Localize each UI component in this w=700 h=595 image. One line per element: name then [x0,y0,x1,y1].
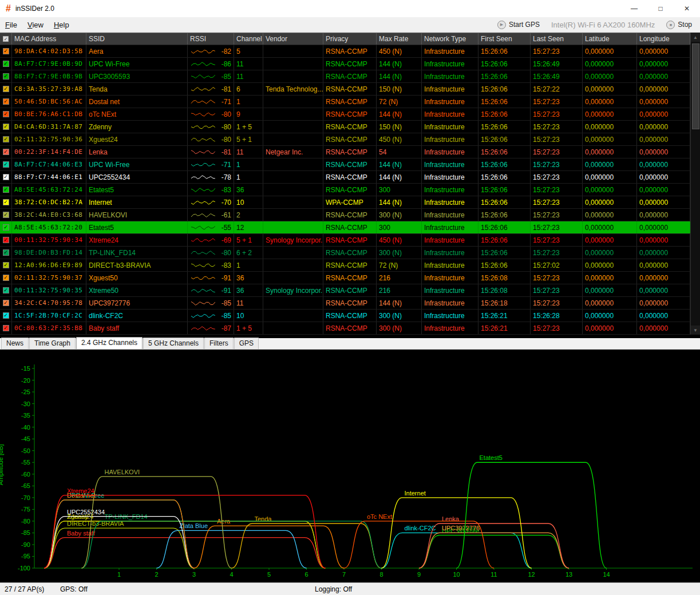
network-checkbox[interactable]: ✓ [3,73,9,80]
network-checkbox[interactable]: ✓ [3,199,9,205]
column-header-latitude[interactable]: Latitude [583,33,637,45]
menu-help[interactable]: Help [49,18,74,31]
vendor-cell [263,297,323,309]
firstseen-cell: 15:26:21 [478,310,531,322]
table-row[interactable]: ✓ 1C:5F:2B:70:CF:2C dlink-CF2C -85 10 RS… [0,310,700,322]
column-header-vendor[interactable]: Vendor [263,33,323,45]
network-checkbox[interactable]: ✓ [3,111,9,117]
table-row[interactable]: ✓ 38:2C:4A:E0:C3:68 HAVELKOVI -61 2 RSNA… [0,209,700,221]
network-checkbox[interactable]: ✓ [3,312,9,319]
network-checkbox[interactable]: ✓ [3,262,9,268]
close-icon[interactable]: ✕ [674,0,700,17]
rssi-value: -80 [222,136,231,144]
column-header-rssi[interactable]: RSSI [188,33,234,45]
network-checkbox[interactable]: ✓ [3,136,9,142]
rssi-value: -69 [222,236,231,244]
table-row[interactable]: ✓ 88:F7:C7:44:06:E1 UPC2552434 -78 1 RSN… [0,171,700,184]
network-checkbox[interactable]: ✓ [3,212,9,218]
menu-file[interactable]: File [0,18,22,31]
network-checkbox[interactable]: ✓ [3,98,9,105]
column-header-privacy[interactable]: Privacy [323,33,377,45]
network-checkbox[interactable]: ✓ [3,161,9,168]
table-row[interactable]: ✓ 00:11:32:75:90:34 Xtreme24 -69 5 + 1 S… [0,234,700,247]
table-row[interactable]: ✓ 8A:F7:C7:9E:0B:9D UPC Wi-Free -86 11 R… [0,58,700,70]
table-row[interactable]: ✓ 02:11:32:75:90:37 Xguest50 -91 36 RSNA… [0,272,700,284]
privacy-cell: RSNA-CCMP [323,297,377,309]
table-row[interactable]: ✓ 38:72:C0:DC:B2:7A Internet -70 10 WPA-… [0,196,700,209]
channel-cell: 36 [234,272,263,284]
tab-time-graph[interactable]: Time Graph [29,338,76,349]
scroll-down-icon[interactable]: ▼ [691,326,700,335]
network-checkbox[interactable]: ✓ [3,61,9,67]
table-row[interactable]: ✓ 02:11:32:75:90:36 Xguest24 -80 5 + 1 R… [0,133,700,146]
network-checkbox[interactable]: ✓ [3,48,9,54]
table-row[interactable]: ✓ 8A:F7:C7:44:06:E3 UPC Wi-Free -71 1 RS… [0,158,700,171]
table-row[interactable]: ✓ 12:A0:96:D6:E9:89 DIRECT-b3-BRAVIA -83… [0,259,700,272]
column-header-mac-address[interactable]: MAC Address [12,33,86,45]
scroll-up-icon[interactable]: ▲ [691,33,700,42]
start-gps-button[interactable]: ▶ Start GPS [497,21,540,29]
lon-cell: 0,000000 [637,171,690,183]
network-checkbox[interactable]: ✓ [3,287,9,293]
network-checkbox[interactable]: ✓ [3,187,9,193]
table-row[interactable]: ✓ 34:2C:C4:70:95:78 UPC3972776 -85 11 RS… [0,297,700,310]
column-header-ssid[interactable]: SSID [86,33,188,45]
lastseen-cell: 15:27:23 [531,45,583,57]
lastseen-cell: 15:27:23 [531,108,583,120]
column-header-network-type[interactable]: Network Type [422,33,478,45]
vendor-cell [263,221,323,233]
menu-view[interactable]: View [22,18,49,31]
network-checkbox[interactable]: ✓ [3,86,9,92]
network-checkbox[interactable]: ✓ [3,224,9,231]
svg-text:-75: -75 [21,506,30,513]
tab-5-ghz-channels[interactable]: 5 GHz Channels [143,338,204,349]
tab-filters[interactable]: Filters [204,338,234,349]
tab-news[interactable]: News [1,338,29,349]
table-scrollbar[interactable]: ▲ ▼ [690,33,700,335]
table-row[interactable]: ✓ 00:22:3F:14:F4:DE Lenka -81 11 Netgear… [0,146,700,158]
column-header-first-seen[interactable]: First Seen [478,33,531,45]
table-row[interactable]: ✓ 0C:80:63:2F:35:B8 Baby staff -87 1 + 5… [0,322,700,335]
lastseen-cell: 15:27:23 [531,297,583,309]
svg-text:12: 12 [528,571,535,578]
network-checkbox[interactable]: ✓ [3,237,9,243]
maxrate-cell: 72 (N) [377,259,422,271]
network-checkbox[interactable]: ✓ [3,300,9,306]
select-all-checkbox[interactable]: ✓ [0,33,12,45]
table-row[interactable]: ✓ D4:CA:6D:31:7A:87 Zdenny -80 1 + 5 RSN… [0,121,700,133]
table-row[interactable]: ✓ A8:5E:45:63:72:24 Etatest5 -83 36 RSNA… [0,184,700,196]
network-checkbox[interactable]: ✓ [3,275,9,281]
window-controls: — □ ✕ [621,0,700,17]
nettype-cell: Infrastructure [422,83,478,95]
network-checkbox[interactable]: ✓ [3,249,9,256]
network-checkbox[interactable]: ✓ [3,124,9,130]
stop-button[interactable]: ■ Stop [666,21,692,29]
nettype-cell: Infrastructure [422,272,478,284]
tab-2-4-ghz-channels[interactable]: 2.4 GHz Channels [76,337,143,349]
table-row[interactable]: ✓ 50:46:5D:BC:56:AC Dostal net -71 1 RSN… [0,96,700,108]
mac-cell: A8:5E:45:63:72:24 [12,184,86,196]
tab-gps[interactable]: GPS [234,338,259,349]
table-row[interactable]: ✓ C8:3A:35:27:39:A8 Tenda -81 6 Tenda Te… [0,83,700,96]
table-row[interactable]: ✓ 98:DA:C4:02:D3:5B Aera -82 5 RSNA-CCMP… [0,45,700,58]
column-header-max-rate[interactable]: Max Rate [377,33,422,45]
minimize-icon[interactable]: — [621,0,647,17]
table-row[interactable]: ✓ A8:5E:45:63:72:20 Etatest5 -55 12 RSNA… [0,221,700,234]
scrollbar-thumb[interactable] [692,43,699,129]
table-row[interactable]: ✓ B0:BE:76:A6:C1:DB oTc NExt -80 9 RSNA-… [0,108,700,121]
network-checkbox[interactable]: ✓ [3,325,9,331]
network-checkbox[interactable]: ✓ [3,149,9,155]
firstseen-cell: 15:26:21 [478,322,531,334]
lon-cell: 0,000000 [637,322,690,334]
table-row[interactable]: ✓ 88:F7:C7:9E:0B:9B UPC3005593 -85 11 RS… [0,70,700,83]
column-header-last-seen[interactable]: Last Seen [531,33,583,45]
column-header-longitude[interactable]: Longitude [637,33,690,45]
svg-text:3: 3 [192,571,196,578]
table-row[interactable]: ✓ 00:11:32:75:90:35 Xtreme50 -91 36 Syno… [0,284,700,297]
lat-cell: 0,000000 [583,146,637,158]
maxrate-cell: 300 [377,221,422,233]
table-row[interactable]: ✓ 98:DE:D0:B3:FD:14 TP-LINK_FD14 -80 6 +… [0,247,700,259]
maximize-icon[interactable]: □ [647,0,674,17]
column-header-channel[interactable]: Channel [234,33,263,45]
network-checkbox[interactable]: ✓ [3,174,9,180]
